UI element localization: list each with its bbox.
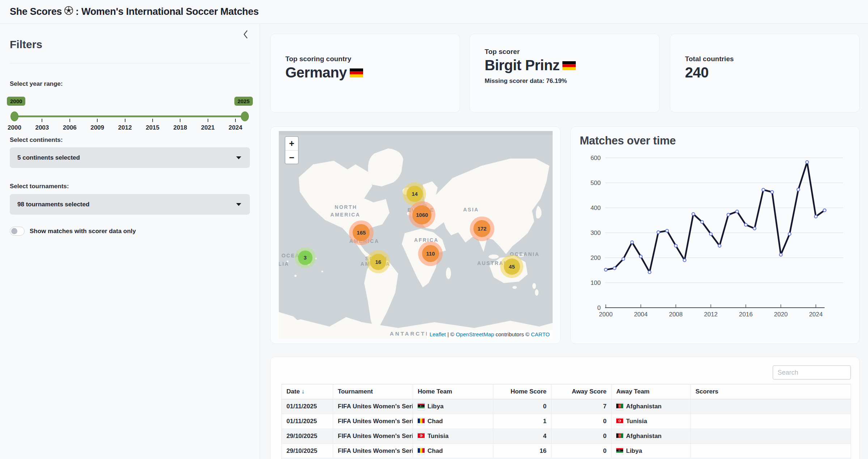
td-flag-icon [418,418,425,425]
sidebar-collapse-icon[interactable] [243,30,248,41]
page-title-suffix: : Women's International Soccer Matches [76,6,259,17]
matches-over-time-chart: 0100200300400500600200020042008201220162… [571,127,860,344]
table-row: 01/11/2025FIFA Unites Women's SeriesChad… [281,414,851,429]
year-tick-label: 2006 [59,124,81,131]
cluster-marker[interactable]: 16 [367,250,390,273]
attribution-link[interactable]: Leaflet [430,331,446,337]
card-label: Total countries [685,55,852,63]
table-row: 29/10/2025FIFA Unites Women's SeriesTuni… [281,429,851,444]
cluster-marker[interactable]: 172 [470,216,494,241]
continents-select[interactable]: 5 continents selected [10,147,250,168]
scorer-toggle-label: Show matches with scorer data only [30,228,136,235]
table-cell [691,444,851,458]
cluster-count: 1060 [412,205,431,224]
year-tick-mark [97,119,98,122]
table-cell: 1 [493,414,552,429]
soccer-ball-icon [64,6,73,18]
card-label: Top scoring country [285,55,452,63]
table-cell: FIFA Unites Women's Series [333,414,413,429]
page-title-prefix: She Scores [10,6,62,17]
zoom-in-button[interactable]: + [285,137,298,151]
card-value: Germany [285,64,347,80]
attribution-link[interactable]: CARTO [531,331,550,337]
year-tick-label: 2018 [169,124,191,131]
sidebar: Filters Select year range: 2000 2025 200… [0,24,260,459]
column-header[interactable]: Tournament [333,384,413,399]
table-cell: Libya [612,444,691,458]
cluster-marker[interactable]: 1060 [409,201,435,228]
column-header[interactable]: Home Team [413,384,493,399]
filters-heading: Filters [10,38,42,51]
scorer-data-toggle[interactable] [10,227,25,236]
table-cell: Chad [413,414,493,429]
cluster-count: 45 [504,258,520,275]
year-slider-handle-min[interactable] [10,111,18,121]
cluster-marker[interactable]: 3 [295,247,316,268]
table-cell: 29/10/2025 [281,444,333,458]
table-cell: 0 [552,429,612,443]
year-range-label: Select year range: [10,80,63,88]
map-card: NORTHAMERICAEUROPEASIAAMERICAAFRICASOUTH… [270,126,561,344]
af-flag-icon [616,433,623,440]
germany-flag-icon [350,64,363,80]
toggle-knob [11,228,17,234]
year-tick-label: 2003 [31,124,53,131]
column-header[interactable]: Away Score [552,384,612,399]
year-tick-mark [152,119,153,122]
scorer-toggle-row: Show matches with scorer data only [10,227,136,236]
svg-text:600: 600 [591,155,601,161]
divider [10,63,250,63]
cluster-marker[interactable]: 165 [349,220,374,245]
year-tick-label: 2021 [197,124,219,131]
svg-text:500: 500 [591,180,601,186]
tournaments-label: Select tournaments: [10,183,69,190]
year-tick-mark [235,119,236,122]
cluster-marker[interactable]: 45 [500,255,523,278]
column-header[interactable]: Home Score [493,384,552,399]
svg-text:2004: 2004 [634,311,648,318]
table-cell: FIFA Unites Women's Series [333,429,413,443]
continent-label: AMERICA [331,212,361,218]
year-tick-mark [125,119,125,122]
continents-select-value: 5 continents selected [17,154,236,161]
year-max-badge: 2025 [234,97,253,106]
card-total-countries: Total countries 240 [670,34,860,113]
continent-label: LIA [279,261,289,267]
card-top-scoring-country: Top scoring country Germany [270,34,460,113]
zoom-out-button[interactable]: − [285,151,298,164]
svg-text:2020: 2020 [774,311,788,318]
attribution-text: contributors © [494,331,531,337]
attribution-text: | © [446,331,456,337]
table-cell: FIFA Unites Women's Series [333,399,413,414]
cluster-marker[interactable]: 110 [418,241,443,266]
tournaments-select[interactable]: 98 tournaments selected [10,194,250,215]
table-cell: Afghanistan [612,429,691,443]
cluster-count: 165 [353,224,370,241]
year-slider-handle-max[interactable] [241,111,249,121]
column-header[interactable]: Scorers [691,384,851,399]
year-tick-label: 2015 [142,124,163,131]
attribution-link[interactable]: OpenStreetMap [456,331,494,337]
table-cell: Tunisia [413,429,493,443]
map-zoom-control: + − [285,136,299,164]
year-tick-mark [180,119,180,122]
matches-table-card: Date ↓TournamentHome TeamHome ScoreAway … [270,357,860,459]
chevron-down-icon [236,156,241,159]
year-tick-mark [42,119,42,122]
cluster-count: 3 [298,250,312,265]
svg-text:400: 400 [591,205,601,211]
continent-label: ASIA [463,207,479,212]
year-tick-label: 2024 [225,124,246,131]
year-slider-track[interactable] [14,115,245,117]
ly-flag-icon [418,403,425,410]
card-value: Birgit Prinz [485,57,559,73]
table-cell: 0 [552,444,612,458]
table-cell: 01/11/2025 [281,414,333,429]
search-input[interactable] [773,365,851,380]
svg-text:100: 100 [591,279,601,286]
table-cell: 16 [493,444,552,458]
world-map[interactable]: NORTHAMERICAEUROPEASIAAMERICAAFRICASOUTH… [279,131,553,339]
column-header[interactable]: Date ↓ [281,384,333,399]
table-cell: 0 [493,399,552,414]
column-header[interactable]: Away Team [612,384,691,399]
